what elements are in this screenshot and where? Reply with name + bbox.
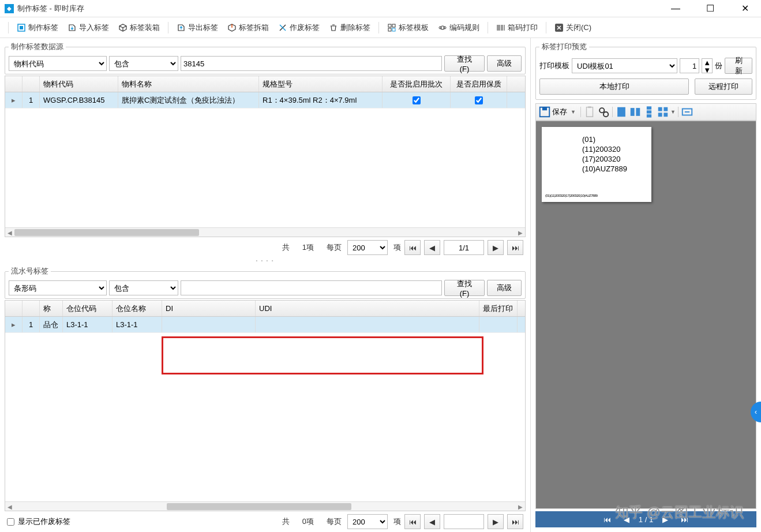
template-icon (387, 23, 396, 32)
unbox-label-button[interactable]: 标签拆箱 (224, 20, 272, 35)
show-void-checkbox[interactable] (7, 518, 14, 526)
save-icon[interactable] (538, 106, 551, 118)
nav-last[interactable]: ⏭ (677, 514, 692, 525)
rule-button[interactable]: 编码规则 (434, 20, 483, 35)
view-facing-icon[interactable] (629, 106, 642, 118)
col-loc-code[interactable]: 仓位代码 (63, 301, 113, 316)
svg-rect-1 (20, 26, 23, 29)
first-page-button-2[interactable]: ⏮ (404, 514, 421, 529)
clipboard-icon[interactable] (583, 106, 596, 118)
nav-prev[interactable]: ◀ (620, 514, 633, 525)
remote-print-button[interactable]: 远程打印 (695, 78, 752, 95)
svg-rect-21 (658, 107, 662, 111)
ds-find-button[interactable]: 查找(F) (444, 55, 485, 72)
template-label: 打印模板 (539, 61, 569, 71)
delete-label-button[interactable]: 删除标签 (325, 20, 374, 35)
svg-rect-5 (392, 28, 395, 31)
ds-op-select[interactable]: 包含 (109, 56, 178, 71)
copies-input[interactable] (680, 58, 699, 73)
make-label-button[interactable]: 制作标签 (13, 20, 62, 35)
first-page-button[interactable]: ⏮ (404, 240, 421, 255)
unbox-icon (227, 23, 237, 32)
nav-first[interactable]: ⏮ (600, 514, 614, 525)
search-icon[interactable] (597, 106, 610, 118)
cell-code: WGSP.CP.B38145 (40, 92, 118, 108)
page-size-select-2[interactable]: 200 (347, 514, 388, 529)
table-row[interactable]: ▸ 1 WGSP.CP.B38145 胱抑素C测定试剂盒（免疫比浊法） R1：4… (5, 92, 525, 108)
maximize-button[interactable]: ☐ (699, 1, 722, 17)
page-input-2[interactable] (444, 514, 484, 529)
link-icon (438, 23, 447, 32)
export-label-button[interactable]: 导出标签 (173, 20, 222, 35)
svg-rect-18 (647, 106, 651, 110)
next-page-button[interactable]: ▶ (488, 240, 504, 255)
serial-advanced-button[interactable]: 高级 (487, 280, 522, 296)
svg-rect-12 (588, 106, 591, 108)
minimize-button[interactable]: — (664, 1, 687, 17)
close-window-button[interactable]: ✕ (733, 1, 756, 17)
template-select[interactable]: UDI模板01 (572, 58, 677, 73)
template-button[interactable]: 标签模板 (384, 20, 432, 35)
splitter[interactable]: • • • • (0, 258, 530, 263)
qa-checkbox[interactable] (475, 96, 483, 104)
window-title: 制作标签 - 即时库存 (17, 3, 664, 14)
col-material-code[interactable]: 物料代码 (40, 76, 118, 92)
import-label-button[interactable]: 导入标签 (64, 20, 113, 35)
page-size-select[interactable]: 200 (347, 240, 388, 255)
view-continuous-icon[interactable] (643, 106, 655, 118)
close-button[interactable]: 关闭(C) (551, 20, 595, 35)
col-material-name[interactable]: 物料名称 (118, 76, 259, 92)
col-last-print[interactable]: 最后打印 (479, 301, 518, 316)
nav-next[interactable]: ▶ (659, 514, 672, 525)
svg-rect-2 (388, 24, 391, 27)
col-spec[interactable]: 规格型号 (259, 76, 383, 92)
serial-value-input[interactable] (181, 280, 442, 295)
ds-field-select[interactable]: 物料代码 (9, 56, 107, 71)
col-batch[interactable]: 是否批启用批次 (383, 76, 451, 92)
col-loc-name[interactable]: 仓位名称 (113, 301, 162, 316)
ds-advanced-button[interactable]: 高级 (487, 55, 522, 72)
prev-page-button-2[interactable]: ◀ (424, 514, 440, 529)
col-di[interactable]: DI (162, 301, 256, 316)
barcode-text: (01)(11)200320(17)200320(10)AUZ7889 (545, 194, 598, 198)
grid-header: 物料代码 物料名称 规格型号 是否批启用批次 是否启用保质 (5, 76, 525, 92)
col-qa[interactable]: 是否启用保质 (451, 76, 507, 92)
col-udi[interactable]: UDI (256, 301, 479, 316)
serial-find-button[interactable]: 查找(F) (444, 280, 485, 296)
void-label-button[interactable]: 作废标签 (275, 20, 323, 35)
make-icon (17, 23, 26, 32)
view-single-icon[interactable] (615, 106, 628, 118)
page-input[interactable] (444, 240, 484, 255)
datasource-grid: 物料代码 物料名称 规格型号 是否批启用批次 是否启用保质 ▸ 1 WGSP.C… (5, 76, 526, 237)
batch-checkbox[interactable] (413, 96, 421, 104)
datasource-legend: 制作标签数据源 (9, 42, 66, 52)
table-row[interactable]: ▸ 1 品仓 L3-1-1 L3-1-1 (5, 317, 525, 333)
fit-icon[interactable] (681, 106, 693, 118)
save-label[interactable]: 保存 (552, 107, 567, 117)
view-dropdown[interactable]: ▼ (670, 109, 676, 115)
ds-value-input[interactable] (181, 56, 442, 71)
void-icon (278, 23, 287, 32)
last-page-button[interactable]: ⏭ (507, 240, 523, 255)
save-dropdown[interactable]: ▼ (571, 109, 576, 115)
box-label-button[interactable]: 标签装箱 (115, 20, 163, 35)
h-scrollbar[interactable]: ◀ ▶ (5, 227, 525, 237)
preview-canvas[interactable]: (01) (11)200320 (17)200320 (10)AUZ7889 (… (535, 121, 756, 509)
h-scrollbar-2[interactable]: ◀ ▶ (5, 501, 525, 511)
next-page-button-2[interactable]: ▶ (488, 514, 504, 529)
box-icon (118, 23, 128, 32)
print-box-button[interactable]: 箱码打印 (493, 20, 541, 35)
svg-rect-20 (647, 114, 651, 118)
local-print-button[interactable]: 本地打印 (539, 78, 689, 95)
serial-op-select[interactable]: 包含 (109, 280, 178, 295)
prev-page-button[interactable]: ◀ (424, 240, 440, 255)
app-icon: ◆ (5, 4, 14, 13)
refresh-button[interactable]: 刷新 (725, 58, 752, 74)
copies-spinner[interactable]: ▲▼ (702, 58, 713, 73)
barcode-icon (496, 23, 505, 32)
last-page-button-2[interactable]: ⏭ (507, 514, 523, 529)
serial-fieldset: 流水号标签 条形码 包含 查找(F) 高级 (5, 266, 526, 299)
trash-icon (329, 23, 338, 32)
view-grid-icon[interactable] (657, 106, 669, 118)
serial-field-select[interactable]: 条形码 (9, 280, 107, 295)
